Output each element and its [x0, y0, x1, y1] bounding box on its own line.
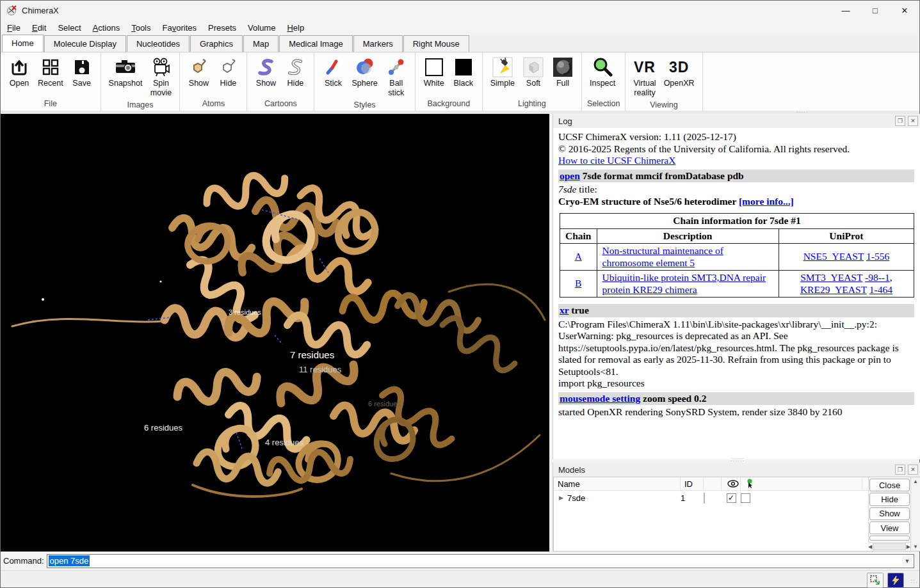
close-button[interactable]: ✕: [890, 1, 919, 20]
chain-b-link[interactable]: B: [575, 278, 581, 289]
log-undock-icon[interactable]: ❐: [895, 116, 905, 126]
scroll-down-icon[interactable]: ▼: [913, 543, 918, 551]
cartoons-hide-button[interactable]: Hide: [282, 55, 309, 90]
log-models-splitter-handle[interactable]: ············: [730, 457, 746, 461]
menu-help[interactable]: Help: [287, 21, 311, 35]
mousemode-command-link[interactable]: mousemode setting: [560, 393, 640, 404]
chain-col-header: Chain: [560, 228, 597, 244]
background-black-button[interactable]: Black: [450, 55, 477, 90]
chain-row-b: B Ubiquitin-like protein SMT3,DNA repair…: [560, 271, 914, 298]
models-undock-icon[interactable]: ❐: [895, 465, 905, 475]
minimize-button[interactable]: —: [831, 1, 860, 20]
import-line: import pkg_resources: [558, 377, 914, 390]
expand-arrow-icon[interactable]: ▶: [559, 495, 563, 501]
graphics-viewport[interactable]: 3 residues 7 residues 11 residues 6 resi…: [1, 114, 549, 552]
group-label-lighting: Lighting: [488, 98, 576, 111]
id-column-header[interactable]: ID: [681, 477, 704, 490]
chain-b-uniprot2-link[interactable]: KRE29_YEAST: [800, 284, 867, 295]
models-horizontal-scrollbar[interactable]: ◀ ▶: [868, 542, 910, 551]
command-history-dropdown-icon[interactable]: ▼: [902, 555, 913, 567]
name-column-header[interactable]: Name: [554, 477, 681, 490]
menu-actions[interactable]: Actions: [93, 21, 127, 35]
models-view-button[interactable]: View: [869, 521, 910, 534]
menu-tools[interactable]: Tools: [131, 21, 157, 35]
chain-a-description-link[interactable]: Non-structural maintenance of chromosome…: [602, 245, 723, 268]
atoms-show-button[interactable]: Show: [185, 55, 212, 90]
command-input[interactable]: open 7sde ▼: [47, 554, 914, 568]
tab-right-mouse[interactable]: Right Mouse: [403, 35, 469, 52]
models-close-icon[interactable]: ✕: [908, 465, 918, 475]
background-white-button[interactable]: White: [421, 55, 448, 90]
cartoons-show-button[interactable]: Show: [252, 55, 279, 90]
ball-stick-style-button[interactable]: Ball stick: [383, 55, 410, 99]
menu-select[interactable]: Select: [58, 21, 87, 35]
models-close-button[interactable]: Close: [869, 479, 910, 491]
openxr-button[interactable]: 3D OpenXR: [661, 55, 697, 90]
sphere-style-icon: [355, 58, 375, 77]
tab-graphics[interactable]: Graphics: [190, 35, 243, 52]
snapshot-button[interactable]: Snapshot: [106, 55, 145, 90]
menu-edit[interactable]: Edit: [32, 21, 52, 35]
maximize-button[interactable]: □: [860, 1, 890, 20]
group-label-cartoons: Cartoons: [252, 98, 309, 111]
horizontal-scroll-thumb[interactable]: [873, 543, 906, 550]
lighting-full-button[interactable]: Full: [549, 55, 576, 90]
chain-b-uniprot1-link[interactable]: SMT3_YEAST: [800, 272, 862, 283]
chain-b-range1-link[interactable]: -98--1: [865, 272, 890, 283]
log-content[interactable]: UCSF ChimeraX version: 1.11 (2025-12-17)…: [553, 128, 920, 459]
tab-molecule-display[interactable]: Molecule Display: [44, 35, 126, 52]
resize-grip[interactable]: ·····: [910, 578, 918, 586]
chain-a-range-link[interactable]: 1-556: [866, 251, 889, 262]
open-command-link[interactable]: open: [560, 170, 580, 181]
model-color-swatch[interactable]: [704, 493, 705, 504]
cite-chimerax-link[interactable]: How to cite UCSF ChimeraX: [558, 155, 675, 166]
chain-b-description-link[interactable]: Ubiquitin-like protein SMT3,DNA repair p…: [602, 272, 766, 295]
log-close-icon[interactable]: ✕: [908, 116, 918, 126]
menu-presets[interactable]: Presets: [208, 21, 243, 35]
tab-medical-image[interactable]: Medical Image: [279, 35, 353, 52]
more-info-link[interactable]: [more info...]: [739, 196, 794, 207]
inspect-button[interactable]: Inspect: [587, 55, 618, 90]
lighting-simple-button[interactable]: Simple: [488, 55, 517, 90]
menu-favorites[interactable]: Favorites: [163, 21, 203, 35]
residues-label: 7 residues: [290, 349, 334, 360]
menu-volume[interactable]: Volume: [248, 21, 282, 35]
models-show-button[interactable]: Show: [869, 507, 910, 520]
xr-command-link[interactable]: xr: [560, 305, 569, 315]
recent-button[interactable]: Recent: [35, 55, 66, 90]
group-label-atoms: Atoms: [185, 98, 241, 111]
model-row-7sde[interactable]: ▶ 7sde 1 ✓: [554, 491, 868, 505]
chain-b-range2-link[interactable]: 1-464: [869, 284, 892, 295]
models-clipped-button[interactable]: [869, 536, 910, 541]
simple-lighting-icon: [492, 57, 513, 77]
scroll-up-icon[interactable]: ▲: [913, 477, 918, 486]
fast-mode-button[interactable]: [887, 573, 904, 588]
model-selected-checkbox[interactable]: [741, 493, 750, 503]
tab-home[interactable]: Home: [2, 35, 44, 52]
menu-file[interactable]: File: [7, 21, 27, 35]
lighting-soft-button[interactable]: Soft: [520, 55, 547, 90]
save-button[interactable]: Save: [69, 55, 95, 90]
chain-a-uniprot-link[interactable]: NSE5_YEAST: [803, 251, 864, 262]
models-hide-button[interactable]: Hide: [869, 493, 910, 505]
chain-a-link[interactable]: A: [575, 251, 582, 262]
open-button[interactable]: Open: [6, 55, 33, 90]
spin-movie-button[interactable]: Spin movie: [147, 55, 174, 99]
title-bar: ChimeraX — □ ✕: [1, 1, 919, 20]
scroll-left-icon[interactable]: ◀: [868, 543, 872, 551]
tab-nucleotides[interactable]: Nucleotides: [127, 35, 190, 52]
selection-mode-button[interactable]: [867, 573, 884, 588]
tab-map[interactable]: Map: [243, 35, 278, 52]
shown-column-header[interactable]: [722, 477, 741, 490]
ribbon-group-styles: Stick Sphere Ball stick Styles: [314, 52, 415, 111]
models-vertical-scrollbar[interactable]: ▲ ▼: [910, 477, 920, 551]
color-column-header[interactable]: [704, 477, 722, 490]
atoms-hide-button[interactable]: Hide: [214, 55, 241, 90]
residues-label: 6 residues: [144, 423, 182, 433]
virtual-reality-button[interactable]: VR Virtual reality: [631, 55, 658, 99]
sphere-style-button[interactable]: Sphere: [349, 55, 380, 90]
model-shown-checkbox[interactable]: ✓: [727, 493, 736, 503]
tab-markers[interactable]: Markers: [353, 35, 403, 52]
stick-style-button[interactable]: Stick: [319, 55, 346, 90]
selected-column-header[interactable]: [741, 477, 862, 490]
